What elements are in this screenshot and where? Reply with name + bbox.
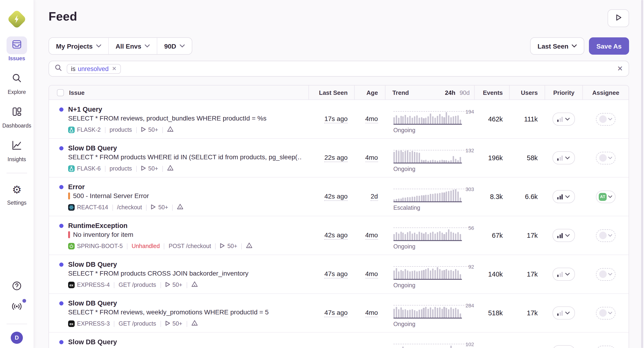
issue-row[interactable]: Slow DB Query SELECT * FROM reviews, wee… bbox=[49, 294, 628, 332]
projects-dropdown[interactable]: My Projects bbox=[49, 38, 108, 54]
help-button[interactable] bbox=[12, 281, 22, 293]
trend-cell: 284 Ongoing bbox=[385, 294, 474, 332]
last-seen-value[interactable]: 42s ago bbox=[324, 192, 348, 201]
sidebar-item-dashboards[interactable]: Dashboards bbox=[2, 104, 31, 128]
issue-title[interactable]: Error bbox=[68, 183, 308, 191]
replay-count[interactable]: 50+ bbox=[165, 320, 182, 327]
seer-icon[interactable] bbox=[167, 165, 174, 172]
sidebar-item-issues[interactable]: Issues bbox=[6, 37, 27, 61]
route-tag[interactable]: /checkout bbox=[117, 204, 142, 211]
priority-dropdown[interactable] bbox=[552, 190, 575, 203]
issue-title[interactable]: Slow DB Query bbox=[68, 299, 308, 307]
route-tag[interactable]: GET /products bbox=[118, 282, 156, 288]
column-last-seen[interactable]: Last Seen bbox=[319, 89, 348, 96]
unassigned-icon bbox=[599, 270, 606, 278]
replay-count[interactable]: 50+ bbox=[220, 243, 237, 250]
issue-title[interactable]: Slow DB Query bbox=[68, 260, 308, 269]
save-as-button[interactable]: Save As bbox=[589, 37, 629, 55]
seer-icon[interactable] bbox=[191, 320, 198, 327]
priority-dropdown[interactable] bbox=[552, 151, 575, 164]
column-priority[interactable]: Priority bbox=[553, 89, 574, 96]
broadcast-button[interactable] bbox=[11, 301, 23, 313]
replay-count[interactable]: 50+ bbox=[141, 126, 158, 133]
column-age[interactable]: Age bbox=[366, 89, 378, 96]
sidebar-nav: Issues Explore Dashboards bbox=[0, 37, 34, 214]
scrollbar[interactable] bbox=[641, 0, 643, 348]
priority-dropdown[interactable] bbox=[552, 345, 575, 348]
age-value[interactable]: 4mo bbox=[365, 270, 378, 278]
sort-dropdown[interactable]: Last Seen bbox=[530, 37, 584, 55]
assignee-dropdown[interactable] bbox=[596, 307, 615, 319]
last-seen-value[interactable]: 42s ago bbox=[324, 231, 348, 240]
issue-title[interactable]: RuntimeException bbox=[68, 221, 308, 230]
seer-icon[interactable] bbox=[191, 281, 198, 289]
replay-count[interactable]: 50+ bbox=[141, 165, 158, 172]
project-tag[interactable]: ex EXPRESS-3 bbox=[68, 320, 110, 327]
route-tag[interactable]: POST /checkout bbox=[169, 243, 211, 249]
issue-title[interactable]: Slow DB Query bbox=[68, 338, 308, 346]
trend-90d-toggle[interactable]: 90d bbox=[460, 89, 470, 96]
seer-icon[interactable] bbox=[246, 242, 253, 250]
issue-row[interactable]: Error 500 - Internal Server Error REACT-… bbox=[49, 178, 628, 216]
last-seen-value[interactable]: 22s ago bbox=[324, 154, 348, 162]
project-tag[interactable]: ex EXPRESS-4 bbox=[68, 282, 110, 288]
priority-dropdown[interactable] bbox=[552, 306, 575, 319]
issue-search-input[interactable]: is unresolved ✕ ✕ bbox=[48, 61, 629, 77]
project-tag[interactable]: SPRING-BOOT-5 bbox=[68, 243, 123, 249]
issue-title[interactable]: N+1 Query bbox=[68, 105, 308, 114]
route-tag[interactable]: GET /products bbox=[118, 320, 156, 327]
assignee-dropdown[interactable] bbox=[596, 268, 615, 280]
last-seen-value[interactable]: 47s ago bbox=[324, 309, 348, 317]
assignee-dropdown[interactable] bbox=[596, 152, 615, 164]
date-range-dropdown[interactable]: 90D bbox=[157, 38, 192, 54]
search-token-chip[interactable]: is unresolved ✕ bbox=[67, 64, 121, 74]
priority-dropdown[interactable] bbox=[552, 229, 575, 242]
assignee-dropdown[interactable] bbox=[596, 345, 615, 348]
age-value[interactable]: 4mo bbox=[365, 231, 378, 240]
sidebar-item-settings[interactable]: ⚙ Settings bbox=[6, 181, 27, 206]
route-tag[interactable]: products bbox=[110, 127, 132, 133]
replay-count[interactable]: 50+ bbox=[151, 204, 168, 211]
issue-row[interactable]: Slow DB Query SELECT * FROM products WHE… bbox=[49, 139, 628, 178]
trend-chart: 56 bbox=[394, 228, 462, 241]
age-value[interactable]: 4mo bbox=[365, 154, 378, 162]
issue-row[interactable]: N+1 Query SELECT * FROM reviews, product… bbox=[49, 100, 628, 139]
unresolved-dot bbox=[59, 262, 64, 267]
table-body: N+1 Query SELECT * FROM reviews, product… bbox=[49, 100, 628, 348]
seer-icon[interactable] bbox=[167, 126, 174, 134]
chevron-down-icon bbox=[608, 234, 612, 237]
replay-count[interactable]: 50+ bbox=[165, 281, 182, 288]
project-tag[interactable]: REACT-614 bbox=[68, 204, 108, 211]
last-seen-value[interactable]: 47s ago bbox=[324, 270, 348, 278]
project-tag[interactable]: FLASK-6 bbox=[68, 165, 100, 172]
assignee-dropdown[interactable]: AT bbox=[596, 190, 615, 203]
column-issue[interactable]: Issue bbox=[69, 89, 85, 96]
avatar[interactable]: D bbox=[11, 332, 23, 344]
assignee-dropdown[interactable] bbox=[596, 113, 615, 125]
seer-icon[interactable] bbox=[177, 204, 184, 211]
column-assignee[interactable]: Assignee bbox=[592, 89, 619, 96]
play-button[interactable] bbox=[608, 9, 629, 27]
age-value[interactable]: 2d bbox=[371, 192, 378, 201]
route-tag[interactable]: products bbox=[110, 165, 132, 172]
column-events[interactable]: Events bbox=[483, 89, 503, 96]
column-users[interactable]: Users bbox=[521, 89, 538, 96]
priority-dropdown[interactable] bbox=[552, 113, 575, 126]
environments-dropdown[interactable]: All Envs bbox=[108, 38, 157, 54]
trend-24h-toggle[interactable]: 24h bbox=[445, 89, 456, 96]
last-seen-value[interactable]: 17s ago bbox=[324, 115, 348, 123]
issue-row[interactable]: Slow DB Query SELECT * FROM products 47s… bbox=[49, 332, 628, 348]
clear-search-icon[interactable]: ✕ bbox=[617, 65, 623, 73]
project-tag[interactable]: FLASK-2 bbox=[68, 127, 100, 133]
issue-title[interactable]: Slow DB Query bbox=[68, 144, 308, 152]
priority-dropdown[interactable] bbox=[552, 268, 575, 281]
age-value[interactable]: 4mo bbox=[365, 309, 378, 317]
sidebar-item-explore[interactable]: Explore bbox=[6, 70, 27, 95]
remove-token-icon[interactable]: ✕ bbox=[112, 65, 117, 72]
issue-row[interactable]: RuntimeException No inventory for item S… bbox=[49, 216, 628, 255]
issue-row[interactable]: Slow DB Query SELECT * FROM products CRO… bbox=[49, 255, 628, 294]
age-value[interactable]: 4mo bbox=[365, 115, 378, 123]
select-all-checkbox[interactable] bbox=[57, 89, 64, 96]
assignee-dropdown[interactable] bbox=[596, 229, 615, 242]
sidebar-item-insights[interactable]: Insights bbox=[6, 137, 27, 162]
